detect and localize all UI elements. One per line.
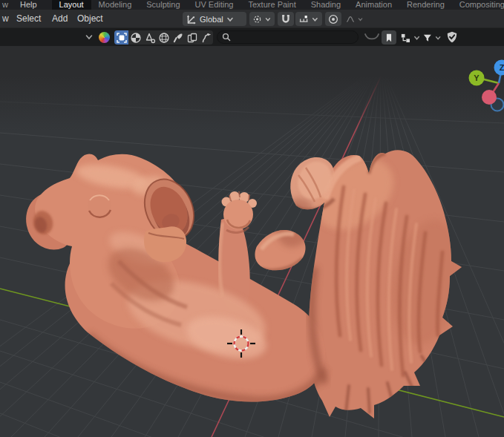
chevron-down-icon xyxy=(264,15,272,24)
help-menu[interactable]: Help xyxy=(13,0,45,10)
snap-toggle-button[interactable] xyxy=(278,12,294,26)
paintbrush-icon xyxy=(172,32,184,44)
paintbrush-button[interactable] xyxy=(171,30,185,45)
topbar: w Help Layout Modeling Sculpting UV Edit… xyxy=(0,0,504,10)
tab-layout[interactable]: Layout xyxy=(52,0,91,10)
chevron-down-icon xyxy=(85,33,94,42)
window-menu-clipped[interactable]: w xyxy=(0,0,13,10)
globe-icon xyxy=(158,32,170,44)
bookmark-icon xyxy=(384,32,394,44)
tab-modeling[interactable]: Modeling xyxy=(91,0,140,10)
cone-particle-icon xyxy=(144,32,156,44)
mode-selector[interactable] xyxy=(99,30,110,44)
tab-shading[interactable]: Shading xyxy=(304,0,348,10)
shield-button[interactable] xyxy=(445,30,459,44)
gizmo-x-ball[interactable] xyxy=(482,90,497,105)
tab-texture-paint[interactable]: Texture Paint xyxy=(241,0,304,10)
object-menu[interactable]: Object xyxy=(77,13,103,24)
select-menu[interactable]: Select xyxy=(16,13,41,24)
add-menu[interactable]: Add xyxy=(52,13,68,24)
search-field[interactable] xyxy=(217,30,359,44)
viewport-canvas[interactable]: Z Y xyxy=(0,46,504,437)
box-corners-button[interactable] xyxy=(114,30,128,45)
tool-icon-group xyxy=(114,30,213,45)
pages-button[interactable] xyxy=(185,30,199,45)
chevron-down-icon xyxy=(226,15,235,24)
snap-magnet-icon xyxy=(280,13,292,25)
gizmo-z-label: Z xyxy=(500,63,504,72)
filter-dropdown[interactable] xyxy=(420,30,444,45)
cone-particle-button[interactable] xyxy=(143,30,157,45)
chevron-down-icon xyxy=(434,33,442,42)
tool-header xyxy=(0,28,504,46)
horizon-fade xyxy=(0,46,504,131)
magnifier-icon xyxy=(222,33,231,42)
tab-uv-editing[interactable]: UV Editing xyxy=(188,0,241,10)
snap-to-dropdown[interactable] xyxy=(295,12,322,26)
tab-sculpting[interactable]: Sculpting xyxy=(139,0,187,10)
zigzag-curve-icon xyxy=(200,32,212,44)
orientation-axes-icon xyxy=(186,13,197,25)
display-mode-dropdown[interactable] xyxy=(398,30,423,45)
snap-increment-icon xyxy=(298,13,309,25)
header-collapse-button[interactable] xyxy=(85,30,94,44)
tab-animation[interactable]: Animation xyxy=(348,0,399,10)
proportional-editing-button[interactable] xyxy=(325,12,341,26)
display-mode-icon xyxy=(400,32,411,44)
tab-rendering[interactable]: Rendering xyxy=(399,0,452,10)
gizmo-y-label: Y xyxy=(474,73,480,82)
pivot-point-dropdown[interactable] xyxy=(249,12,275,26)
zigzag-curve-button[interactable] xyxy=(199,30,213,45)
bookmark-button[interactable] xyxy=(382,30,396,45)
filter-funnel-icon xyxy=(422,32,433,44)
arc-button[interactable] xyxy=(363,30,381,44)
chevron-down-icon xyxy=(357,15,364,24)
pages-icon xyxy=(186,32,198,44)
transform-orientation-value: Global xyxy=(200,15,223,24)
box-corners-icon xyxy=(116,32,128,44)
pivot-point-icon xyxy=(252,13,262,25)
transform-orientation-dropdown[interactable]: Global xyxy=(183,12,246,26)
arc-icon xyxy=(363,31,381,43)
quarter-sphere-button[interactable] xyxy=(128,30,143,45)
chevron-down-icon xyxy=(311,15,319,24)
falloff-dropdown[interactable] xyxy=(343,12,367,26)
shield-check-icon xyxy=(445,30,459,44)
workspace-tabs: Layout Modeling Sculpting UV Editing Tex… xyxy=(52,0,504,10)
quarter-sphere-icon xyxy=(130,32,142,44)
squirrel-eye xyxy=(88,194,111,217)
viewport-3d[interactable]: Z Y xyxy=(0,46,504,437)
falloff-curve-icon xyxy=(346,13,355,25)
view-menu-clipped[interactable]: w xyxy=(2,13,9,24)
globe-button[interactable] xyxy=(157,30,171,45)
multicolor-sphere-icon xyxy=(99,32,110,43)
viewport-header: w Select Add Object Global xyxy=(0,10,504,28)
search-input[interactable] xyxy=(234,33,345,42)
proportional-editing-icon xyxy=(327,13,339,25)
tab-compositing[interactable]: Compositing xyxy=(452,0,504,10)
